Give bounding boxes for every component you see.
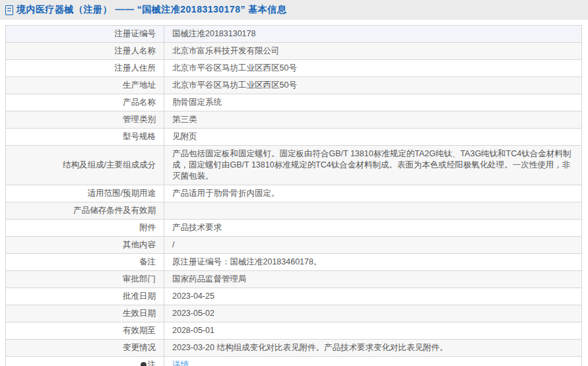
table-row: 变更情况2023-03-20 结构组成变化对比表见附件。产品技术要求变化对比表见… <box>6 340 582 357</box>
row-label: 结构及组成/主要组成成分 <box>6 146 164 185</box>
row-label-text: 产品名称 <box>123 98 156 107</box>
row-label: 适用范围/预期用途 <box>6 185 164 202</box>
row-label: 其他内容 <box>6 237 164 254</box>
row-label: 批准日期 <box>6 288 164 305</box>
row-label: 审批部门 <box>6 271 164 288</box>
row-value: 北京市平谷区马坊工业区西区50号 <box>164 77 582 94</box>
row-value: 产品技术要求 <box>164 220 582 237</box>
row-value-text: 肋骨固定系统 <box>172 98 222 107</box>
row-value: 产品适用于肋骨骨折内固定。 <box>164 185 582 202</box>
row-value: 北京市平谷区马坊工业区西区50号 <box>164 60 582 77</box>
row-label: 有效期至 <box>6 322 164 340</box>
row-label-text: 批准日期 <box>123 291 156 301</box>
note-pin-icon <box>141 362 147 366</box>
row-label: 注册证编号 <box>6 26 164 43</box>
row-label: 注册人名称 <box>6 43 164 60</box>
row-label: 备注 <box>6 254 164 271</box>
table-row: 管理类别第三类 <box>6 111 582 129</box>
row-value-text: 原注册证编号：国械注准20183460178。 <box>172 257 321 266</box>
document-icon <box>5 5 13 15</box>
row-label-text: 管理类别 <box>123 115 156 124</box>
row-value: 2028-05-01 <box>164 322 582 340</box>
table-row: 结构及组成/主要组成成分产品包括固定板和固定螺钉。固定板由符合GB/T 1381… <box>6 146 582 185</box>
row-label: 生产地址 <box>6 77 164 94</box>
table-row: 注详情 <box>6 357 582 366</box>
row-label: 产品储存条件及有效期 <box>6 202 164 220</box>
row-label-text: 注 <box>148 360 156 366</box>
row-label-text: 注册证编号 <box>115 29 156 38</box>
row-value: / <box>164 237 582 254</box>
table-row: 有效期至2028-05-01 <box>6 322 582 340</box>
row-label: 管理类别 <box>6 111 164 129</box>
row-value: 第三类 <box>164 111 582 129</box>
row-value: 详情 <box>164 357 582 366</box>
row-value-text: 见附页 <box>172 132 197 141</box>
row-label-text: 审批部门 <box>123 274 156 284</box>
row-label-text: 备注 <box>139 257 156 266</box>
table-row: 其他内容/ <box>6 237 582 254</box>
page-title: 境内医疗器械（注册） —— “国械注准20183130178” 基本信息 <box>16 4 286 16</box>
table-row: 审批部门国家药品监督管理局 <box>6 271 582 288</box>
detail-link[interactable]: 详情 <box>172 360 189 366</box>
row-value-text: 北京市平谷区马坊工业区西区50号 <box>172 63 297 73</box>
row-label-text: 产品储存条件及有效期 <box>73 206 156 215</box>
row-value <box>164 202 582 220</box>
row-value: 国械注准20183130178 <box>164 26 582 43</box>
row-value: 国家药品监督管理局 <box>164 271 582 288</box>
table-row: 注册人名称北京市富乐科技开发有限公司 <box>6 43 582 60</box>
row-value-text: 产品技术要求 <box>172 223 222 232</box>
row-value-text: 产品适用于肋骨骨折内固定。 <box>172 189 280 198</box>
row-label-text: 其他内容 <box>123 240 156 249</box>
row-value-text: 第三类 <box>172 115 197 124</box>
row-value-text: 2023-04-25 <box>172 291 214 301</box>
table-row: 产品储存条件及有效期 <box>6 202 582 220</box>
row-label-text: 附件 <box>139 223 156 232</box>
row-value-text: 北京市平谷区马坊工业区西区50号 <box>172 80 297 90</box>
row-value: 2023-03-20 结构组成变化对比表见附件。产品技术要求变化对比表见附件。 <box>164 340 582 357</box>
row-label: 注 <box>6 357 164 366</box>
row-label: 注册人住所 <box>6 60 164 77</box>
row-label: 附件 <box>6 220 164 237</box>
row-label-text: 生效日期 <box>123 309 156 318</box>
row-value: 见附页 <box>164 129 582 146</box>
row-label-text: 型号规格 <box>123 132 156 141</box>
row-label-text: 生产地址 <box>123 80 156 90</box>
table-row: 生产地址北京市平谷区马坊工业区西区50号 <box>6 77 582 94</box>
row-value-text: 北京市富乐科技开发有限公司 <box>172 46 280 55</box>
row-label-text: 注册人名称 <box>115 46 156 55</box>
table-row: 生效日期2023-05-02 <box>6 305 582 322</box>
table-row: 附件产品技术要求 <box>6 220 582 237</box>
row-value-text: / <box>172 240 174 249</box>
row-label-text: 适用范围/预期用途 <box>88 189 156 198</box>
registration-info-table: 注册证编号国械注准20183130178注册人名称北京市富乐科技开发有限公司注册… <box>5 25 582 366</box>
row-value-text: 2023-05-02 <box>172 309 214 318</box>
row-value: 原注册证编号：国械注准20183460178。 <box>164 254 582 271</box>
row-value-text: 产品包括固定板和固定螺钉。固定板由符合GB/T 13810标准规定的TA2G纯钛… <box>172 149 571 181</box>
table-row: 批准日期2023-04-25 <box>6 288 582 305</box>
row-label-text: 结构及组成/主要组成成分 <box>63 160 156 169</box>
row-value: 北京市富乐科技开发有限公司 <box>164 43 582 60</box>
table-row: 适用范围/预期用途产品适用于肋骨骨折内固定。 <box>6 185 582 202</box>
row-value-text: 2028-05-01 <box>172 326 214 335</box>
row-label-text: 注册人住所 <box>115 63 156 73</box>
row-label: 变更情况 <box>6 340 164 357</box>
registration-info-table-body: 注册证编号国械注准20183130178注册人名称北京市富乐科技开发有限公司注册… <box>6 26 582 366</box>
row-value: 2023-05-02 <box>164 305 582 322</box>
table-row: 产品名称肋骨固定系统 <box>6 94 582 111</box>
row-value: 肋骨固定系统 <box>164 94 582 111</box>
table-row: 备注原注册证编号：国械注准20183460178。 <box>6 254 582 271</box>
table-row: 注册证编号国械注准20183130178 <box>6 26 582 43</box>
row-label: 型号规格 <box>6 129 164 146</box>
row-value-text: 2023-03-20 结构组成变化对比表见附件。产品技术要求变化对比表见附件。 <box>172 343 447 352</box>
row-value: 2023-04-25 <box>164 288 582 305</box>
table-row: 型号规格见附页 <box>6 129 582 146</box>
row-value-text: 国械注准20183130178 <box>172 29 255 38</box>
row-label-text: 有效期至 <box>123 326 156 335</box>
row-label: 生效日期 <box>6 305 164 322</box>
row-label-text: 变更情况 <box>123 343 156 352</box>
row-label: 产品名称 <box>6 94 164 111</box>
row-value: 产品包括固定板和固定螺钉。固定板由符合GB/T 13810标准规定的TA2G纯钛… <box>164 146 582 185</box>
table-row: 注册人住所北京市平谷区马坊工业区西区50号 <box>6 60 582 77</box>
page-header: 境内医疗器械（注册） —— “国械注准20183130178” 基本信息 <box>0 0 588 20</box>
row-value-text: 国家药品监督管理局 <box>172 274 247 284</box>
